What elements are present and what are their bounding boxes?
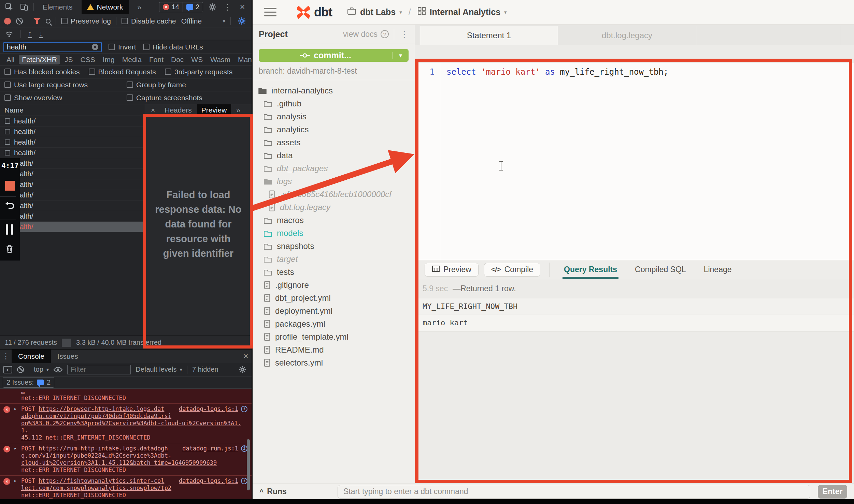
tree-item-data[interactable]: data [253,149,415,162]
request-row[interactable]: alth/ [0,211,145,222]
close-devtools-icon[interactable]: × [237,1,248,13]
request-row[interactable]: alth/ [0,201,145,211]
request-url-link[interactable]: https://browser-http-intake.logs.dat [39,405,164,413]
throttling-caret-icon[interactable]: ▾ [223,18,225,24]
help-icon[interactable]: ? [381,30,389,38]
3rd-party-requests-checkbox[interactable]: 3rd-party requests [165,68,232,76]
request-row[interactable]: health/ [0,127,145,137]
show-overview-checkbox[interactable]: Show overview [4,94,118,102]
source-file-link[interactable]: datadog-rum.js:1 [182,445,238,452]
preserve-log-checkbox[interactable]: Preserve log [61,17,111,25]
tree-item-readme-md[interactable]: README.md [253,343,415,356]
trash-icon[interactable] [5,244,14,254]
source-file-link[interactable]: datadog-logs.js:1 [179,477,238,485]
tab-network[interactable]: Network [82,0,129,14]
type-filter-wasm[interactable]: Wasm [207,55,233,64]
tab-issues[interactable]: Issues [51,350,85,363]
tree-item-packages-yml[interactable]: packages.yml [253,317,415,330]
log-levels-selector[interactable]: Default levels▾ [136,366,182,373]
console-scrollbar[interactable] [247,439,250,490]
request-url-link[interactable]: https://fishtownanalytics.sinter-col [39,477,164,485]
console-settings-gear-icon[interactable] [237,364,248,375]
use-large-request-rows-checkbox[interactable]: Use large request rows [4,81,118,89]
account-selector[interactable]: dbt Labs [360,7,396,17]
project-kebab-icon[interactable]: ⋮ [394,29,409,40]
undo-icon[interactable] [5,201,15,209]
type-filter-manifest[interactable]: Manifest [235,55,253,64]
request-url-link[interactable]: adoghq.com/v1/input/pub740de5f405dcdaa9…… [21,413,171,419]
record-icon[interactable] [4,18,11,25]
source-file-link[interactable]: datadog-logs.js:1 [179,405,238,413]
console-kebab-icon[interactable]: ⋮ [0,351,12,362]
settings-gear-icon[interactable] [207,1,218,13]
tree-item-tests[interactable]: tests [253,266,415,279]
request-row[interactable]: alth/ [0,179,145,190]
search-icon[interactable] [46,19,51,24]
project-selector[interactable]: Internal Analytics [430,7,500,17]
tree-item-analysis[interactable]: analysis [253,110,415,123]
eye-icon[interactable] [54,367,62,373]
type-filter-fetch-xhr[interactable]: Fetch/XHR [19,55,60,64]
hide-data-urls-checkbox[interactable]: Hide data URLs [143,43,203,51]
capture-screenshots-checkbox[interactable]: Capture screenshots [127,94,202,102]
type-filter-media[interactable]: Media [119,55,145,64]
expand-caret-icon[interactable]: ▸ [14,405,17,412]
request-row[interactable]: alth/ [0,158,145,169]
blocked-requests-checkbox[interactable]: Blocked Requests [89,68,156,76]
tree-item--gitignore[interactable]: .gitignore [253,279,415,292]
hamburger-menu-icon[interactable] [264,8,276,16]
has-blocked-cookies-checkbox[interactable]: Has blocked cookies [4,68,80,76]
request-url-link[interactable]: 45.112 [21,434,42,441]
network-conditions-gear-icon[interactable] [236,15,247,27]
tree-item-dbt-project-yml[interactable]: dbt_project.yml [253,292,415,305]
type-filter-all[interactable]: All [3,55,17,64]
expand-caret-icon[interactable]: ▸ [14,445,17,452]
export-har-icon[interactable]: ↓ [39,30,43,38]
tree-item--github[interactable]: .github [253,97,415,110]
request-url-link[interactable]: q.com/v1/input/pube02284…d%2Cservice%3Ad… [21,452,171,459]
tree-item-dbt-log-legacy[interactable]: dbt.log.legacy [253,201,415,214]
tree-item-selectors-yml[interactable]: selectors.yml [253,356,415,369]
name-column-header[interactable]: Name [0,104,145,116]
tree-item-assets[interactable]: assets [253,136,415,149]
type-filter-font[interactable]: Font [146,55,167,64]
request-row[interactable]: alth/ [0,190,145,201]
tree-item-deployment-yml[interactable]: deployment.yml [253,305,415,317]
close-console-icon[interactable]: × [240,351,252,362]
group-by-frame-checkbox[interactable]: Group by frame [127,81,186,89]
tree-item-internal-analytics[interactable]: internal-analytics [253,84,415,97]
more-tabs-chevron[interactable]: » [132,0,147,14]
type-filter-js[interactable]: JS [61,55,76,64]
editor-tab-dbt-log-legacy[interactable]: dbt.log.legacy [558,26,696,45]
tree-item--nf-3665c416bfecb1000000cf[interactable]: .nf…3665c416bfecb1000000cf [253,188,415,201]
network-conditions-icon[interactable] [5,30,14,38]
error-count-badge[interactable]: ×14 [159,2,183,12]
type-filter-css[interactable]: CSS [77,55,98,64]
console-sidebar-icon[interactable]: ▸ [3,366,12,373]
tree-item-snapshots[interactable]: snapshots [253,240,415,253]
request-url-link[interactable]: https://rum-http-intake.logs.datadogh [39,445,168,452]
invert-checkbox[interactable]: Invert [109,43,136,51]
kebab-menu-icon[interactable]: ⋮ [222,1,233,13]
disable-cache-checkbox[interactable]: Disable cache [122,17,176,25]
tab-elements[interactable]: Elements [37,0,78,14]
tree-item-macros[interactable]: macros [253,214,415,227]
tree-item-logs[interactable]: logs [253,175,415,188]
issue-count-badge[interactable]: 2 [183,2,203,12]
tree-item-analytics[interactable]: analytics [253,123,415,136]
dbt-logo[interactable]: dbt [296,4,332,20]
stop-icon[interactable] [5,181,15,191]
console-filter-input[interactable] [67,365,131,374]
type-filter-doc[interactable]: Doc [168,55,187,64]
tree-item-models[interactable]: models [253,227,415,240]
tree-item-profile-template-yml[interactable]: profile_template.yml [253,330,415,343]
dbt-command-input[interactable] [338,485,810,499]
request-url-link[interactable]: … [21,389,25,395]
request-url-link[interactable]: lect.com/com.snowplowanalytics.snowplow/… [21,485,171,491]
enter-button[interactable]: Enter [818,485,847,499]
throttling-select[interactable]: Offline [181,17,202,25]
issues-chip[interactable]: 2 Issues: 2 [3,377,54,388]
runs-toggle[interactable]: ^ Runs [259,487,338,496]
tree-item-dbt-packages[interactable]: dbt_packages [253,162,415,175]
info-icon[interactable]: i [241,406,247,412]
